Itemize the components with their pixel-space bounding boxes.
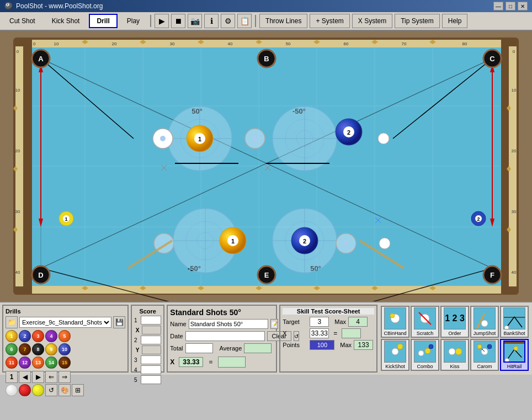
svg-point-93: [187, 125, 213, 152]
x-result-row: X 33.33 =: [170, 357, 274, 368]
ball-9[interactable]: 9: [45, 343, 57, 355]
yellow-ball[interactable]: [32, 384, 44, 396]
ball-12[interactable]: 12: [19, 357, 31, 369]
svg-line-56: [161, 165, 167, 171]
kick-shot-button[interactable]: Kick Shot: [45, 14, 87, 28]
thumb-order-label: Order: [448, 331, 461, 336]
thumb-order[interactable]: 1 2 3 Order: [440, 306, 469, 338]
throw-lines-button[interactable]: Throw Lines: [259, 14, 307, 28]
grid-button[interactable]: ⊞: [72, 384, 84, 396]
thumb-jumpshot[interactable]: JumpShot: [470, 306, 499, 338]
x-result-box[interactable]: [218, 357, 246, 368]
cut-shot-button[interactable]: Cut Shot: [2, 14, 42, 28]
max2-box[interactable]: 133: [354, 340, 373, 350]
info-icon-button[interactable]: ℹ: [204, 14, 219, 28]
points-box[interactable]: 100: [310, 340, 334, 350]
thumb-bankshot[interactable]: BankShot: [500, 306, 529, 338]
cue-ball[interactable]: [6, 384, 18, 396]
date-input[interactable]: [185, 331, 265, 341]
settings-icon-button[interactable]: ⚙: [221, 14, 235, 28]
plus-system-button[interactable]: + System: [310, 14, 349, 28]
prev-button[interactable]: ◀: [19, 371, 31, 383]
separator-2: [255, 15, 256, 27]
play-button[interactable]: Play: [120, 14, 147, 28]
svg-text:30: 30: [512, 209, 517, 214]
palette-button[interactable]: 🎨: [58, 384, 71, 396]
tip-system-button[interactable]: Tip System: [395, 14, 440, 28]
undo-button[interactable]: ↺: [45, 384, 57, 396]
clipboard-icon-button[interactable]: 📋: [237, 14, 252, 28]
score-num-4: 4: [134, 367, 140, 373]
minimize-button[interactable]: —: [493, 2, 503, 10]
stop-icon-button[interactable]: ⏹: [171, 14, 185, 28]
svg-marker-32: [82, 286, 88, 290]
camera-icon-button[interactable]: 📷: [188, 14, 202, 28]
thumb-scratch[interactable]: Scratch: [411, 306, 439, 338]
close-button[interactable]: ✕: [518, 2, 528, 10]
thumb-combo-img: [414, 341, 436, 363]
x-st-result-box[interactable]: [342, 328, 361, 338]
svg-text:40: 40: [228, 41, 233, 46]
svg-text:50°: 50°: [310, 264, 321, 273]
svg-point-150: [504, 326, 509, 329]
svg-text:40: 40: [15, 270, 20, 275]
svg-point-125: [220, 227, 246, 254]
drills-dropdown[interactable]: Exercise_9c_Standard_Shots: [19, 317, 111, 328]
help-button[interactable]: Help: [442, 14, 468, 28]
thumb-kickshot[interactable]: KickShot: [381, 339, 409, 371]
ball-6[interactable]: 6: [6, 343, 18, 355]
play-icon-button[interactable]: ▶: [155, 14, 169, 28]
score-box-1[interactable]: [141, 316, 161, 325]
score-box-4[interactable]: [141, 365, 161, 374]
ball-7[interactable]: 7: [19, 343, 31, 355]
ball-5[interactable]: 5: [58, 330, 71, 342]
total-box[interactable]: [185, 343, 213, 353]
svg-text:50: 50: [286, 41, 291, 46]
next-button[interactable]: ▶: [32, 371, 44, 383]
ball-2[interactable]: 2: [19, 330, 31, 342]
svg-point-115: [475, 215, 482, 222]
x-system-button[interactable]: X System: [352, 14, 392, 28]
thumb-cbinhand[interactable]: CBinHand: [381, 306, 409, 338]
maximize-button[interactable]: □: [506, 2, 515, 10]
score-box-2[interactable]: [141, 336, 161, 344]
max-box[interactable]: 4: [348, 317, 368, 327]
score-row-1: 1: [134, 316, 161, 325]
drill-number-1-button[interactable]: 1: [6, 371, 18, 383]
thumb-combo[interactable]: Combo: [411, 339, 439, 371]
x-box: [142, 326, 161, 334]
left-arrow-button[interactable]: ⇐: [45, 371, 57, 383]
svg-text:10: 10: [54, 41, 59, 46]
score-box-3[interactable]: [141, 355, 161, 364]
ball-4[interactable]: 4: [45, 330, 57, 342]
svg-text:D: D: [38, 271, 43, 279]
save-icon-button[interactable]: 💾: [113, 316, 125, 328]
thumb-hitrail[interactable]: HitRail: [500, 339, 529, 371]
score-box-5[interactable]: [141, 375, 161, 384]
name-icon-button[interactable]: 📝: [270, 319, 278, 329]
folder-icon-button[interactable]: 📁: [6, 316, 18, 328]
ball-11[interactable]: 11: [6, 357, 18, 369]
ball-3[interactable]: 3: [32, 330, 44, 342]
drill-button[interactable]: Drill: [89, 14, 117, 28]
right-arrow-button[interactable]: ⇒: [58, 371, 71, 383]
red-ball[interactable]: [19, 384, 31, 396]
table-area[interactable]: 10 20 30 40 50 60 70 80 0 10 20 30 40 0 …: [0, 31, 532, 301]
average-box[interactable]: [244, 343, 272, 353]
ball-10[interactable]: 10: [58, 343, 71, 355]
name-input[interactable]: [189, 319, 268, 329]
svg-text:-50°: -50°: [292, 107, 306, 115]
eq-st-sign: =: [333, 329, 337, 337]
ball-8[interactable]: 8: [32, 343, 44, 355]
svg-text:30: 30: [15, 209, 20, 214]
ball-13[interactable]: 13: [32, 357, 44, 369]
ball-15[interactable]: 15: [58, 357, 71, 369]
svg-point-120: [186, 221, 225, 260]
ball-14[interactable]: 14: [45, 357, 57, 369]
thumb-order-img: 1 2 3: [444, 307, 466, 329]
target-box[interactable]: 3: [310, 317, 329, 327]
svg-line-60: [375, 217, 381, 223]
thumb-kiss[interactable]: Kiss: [440, 339, 469, 371]
ball-1[interactable]: 1: [6, 330, 18, 342]
thumb-carom[interactable]: Carom: [470, 339, 499, 371]
